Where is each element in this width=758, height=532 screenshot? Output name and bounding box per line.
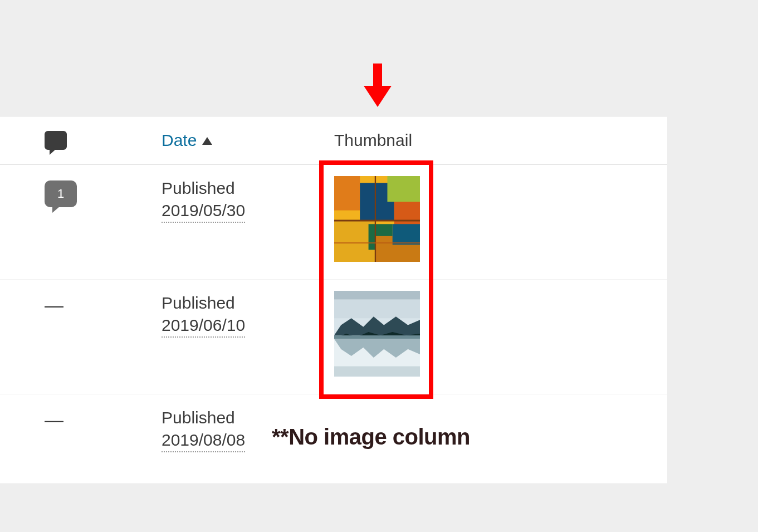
svg-rect-3	[334, 176, 360, 211]
date-column-label: Date	[162, 131, 197, 150]
post-date: 2019/05/30	[162, 201, 245, 223]
comments-empty: —	[45, 295, 63, 314]
column-header-thumbnail: Thumbnail	[290, 116, 667, 164]
comments-count-badge[interactable]: 1	[45, 180, 77, 207]
svg-rect-0	[373, 64, 382, 88]
svg-rect-22	[334, 367, 420, 377]
svg-rect-5	[387, 176, 420, 202]
annotation-arrow-icon	[364, 64, 392, 109]
comments-empty: —	[45, 410, 63, 429]
post-date: 2019/08/08	[162, 430, 245, 452]
thumbnail-column-label: Thumbnail	[334, 131, 412, 150]
table-header-row: Date Thumbnail	[0, 116, 667, 165]
post-status: Published	[162, 291, 290, 315]
table-row: 1 Published 2019/05/30	[0, 165, 667, 280]
table-row: — Published 2019/06/10	[0, 280, 667, 394]
annotation-text: **No image column	[272, 424, 470, 450]
thumbnail-image[interactable]	[334, 176, 420, 262]
post-status: Published	[162, 176, 290, 201]
svg-marker-1	[364, 86, 392, 107]
column-header-date[interactable]: Date	[117, 116, 290, 164]
svg-rect-16	[334, 299, 420, 318]
svg-rect-10	[393, 224, 420, 245]
sort-asc-icon	[202, 137, 212, 145]
thumbnail-image[interactable]	[334, 291, 420, 377]
post-date: 2019/06/10	[162, 315, 245, 338]
column-header-comments[interactable]	[0, 116, 117, 164]
svg-rect-6	[394, 202, 420, 227]
comments-count: 1	[57, 187, 64, 201]
comments-icon	[45, 131, 67, 150]
post-status: Published	[162, 406, 290, 430]
